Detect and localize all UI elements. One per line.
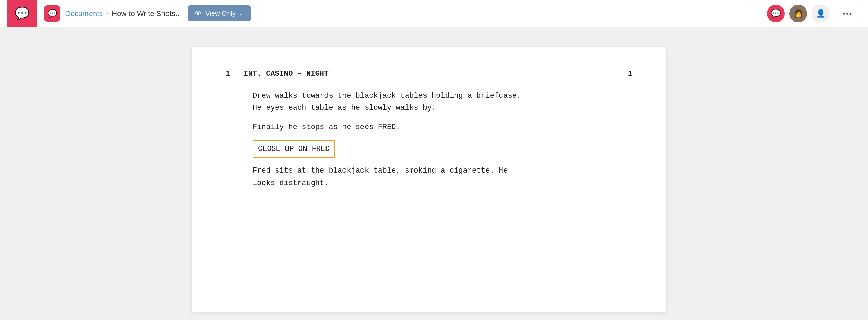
scene-number-right: 1 bbox=[628, 68, 632, 80]
avatar: 👩 bbox=[789, 5, 807, 22]
logo-box: 💬 bbox=[7, 0, 37, 27]
header-right: 💬 👩 👤 ••• bbox=[767, 5, 861, 22]
document-page: 1 INT. CASINO – NIGHT 1 Drew walks towar… bbox=[192, 47, 666, 312]
left-strip bbox=[0, 27, 31, 320]
shot-text-container: CLOSE UP ON FRED bbox=[225, 140, 632, 165]
script-content: 1 INT. CASINO – NIGHT 1 Drew walks towar… bbox=[225, 68, 632, 189]
header-chat-icon: 💬 bbox=[771, 9, 781, 18]
add-user-button[interactable]: 👤 bbox=[812, 5, 829, 22]
scene-heading-text: INT. CASINO – NIGHT bbox=[243, 68, 628, 80]
action-text-1: Drew walks towards the blackjack tables … bbox=[253, 90, 632, 115]
logo-icon: 💬 bbox=[15, 6, 30, 21]
main-area: 1 INT. CASINO – NIGHT 1 Drew walks towar… bbox=[0, 27, 868, 320]
breadcrumb-chevron-icon: › bbox=[106, 10, 108, 17]
breadcrumb: Documents › How to Write Shots.. bbox=[65, 9, 179, 18]
chevron-down-icon: ⌄ bbox=[239, 10, 243, 17]
add-user-icon: 👤 bbox=[816, 9, 825, 18]
view-only-label: View Only bbox=[205, 9, 236, 17]
breadcrumb-documents[interactable]: Documents bbox=[65, 9, 103, 18]
header-chat-button[interactable]: 💬 bbox=[767, 5, 785, 22]
scene-number-left: 1 bbox=[225, 68, 230, 80]
action-text-2: Finally he stops as he sees FRED. bbox=[253, 121, 632, 134]
view-only-button[interactable]: 👁 View Only ⌄ bbox=[188, 5, 251, 21]
more-button[interactable]: ••• bbox=[834, 5, 861, 22]
more-icon: ••• bbox=[843, 9, 852, 18]
doc-icon-button[interactable]: 💬 bbox=[44, 5, 60, 22]
document-container: 1 INT. CASINO – NIGHT 1 Drew walks towar… bbox=[31, 27, 827, 320]
right-strip bbox=[827, 27, 868, 320]
scene-heading-row: 1 INT. CASINO – NIGHT 1 bbox=[225, 68, 632, 80]
shot-text: CLOSE UP ON FRED bbox=[253, 140, 335, 158]
eye-icon: 👁 bbox=[195, 9, 202, 17]
breadcrumb-title: How to Write Shots.. bbox=[112, 9, 179, 18]
doc-icon: 💬 bbox=[48, 9, 57, 18]
action-text-3: Fred sits at the blackjack table, smokin… bbox=[253, 165, 632, 189]
header: 💬 💬 Documents › How to Write Shots.. 👁 V… bbox=[0, 0, 868, 27]
